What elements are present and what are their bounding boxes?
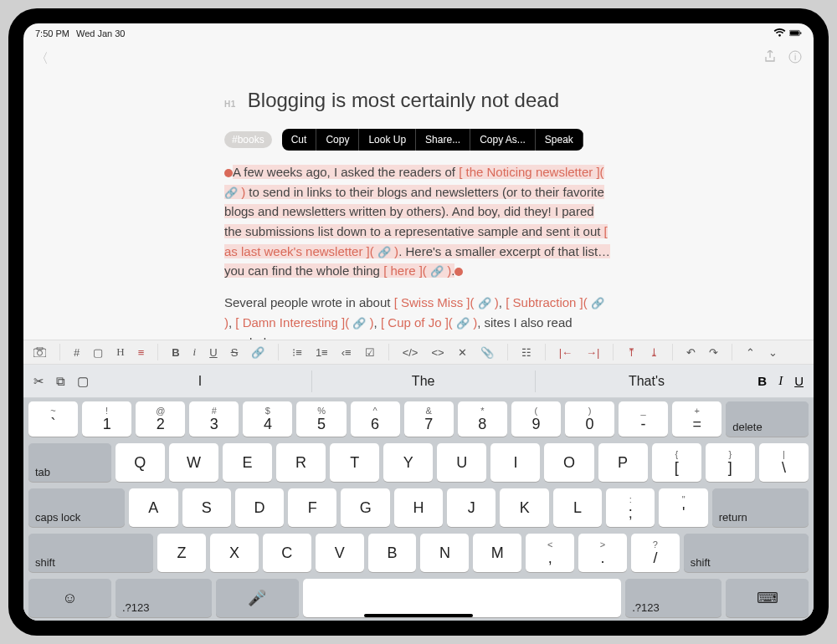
dismiss-keyboard-key[interactable]: ⌨ <box>726 579 809 617</box>
bold-icon[interactable]: B <box>172 346 179 359</box>
arrow-right-bar-icon[interactable]: →| <box>586 346 599 359</box>
undo-icon[interactable]: ↶ <box>686 346 696 359</box>
suggestion-2[interactable]: The <box>311 371 535 392</box>
key-I[interactable]: I <box>490 443 540 482</box>
key-V[interactable]: V <box>316 534 364 572</box>
key-L[interactable]: L <box>553 488 602 527</box>
key-2[interactable]: @2 <box>136 401 185 437</box>
clear-icon[interactable]: ✕ <box>458 346 467 359</box>
ctx-cut[interactable]: Cut <box>282 129 317 151</box>
document-area[interactable]: H1 Blogging is most certainly not dead #… <box>23 74 814 340</box>
key-T[interactable]: T <box>330 443 379 482</box>
kb-underline[interactable]: U <box>794 374 804 388</box>
home-indicator[interactable] <box>364 614 473 617</box>
key-`[interactable]: ~` <box>28 401 78 437</box>
key-A[interactable]: A <box>129 488 177 527</box>
key-Q[interactable]: Q <box>116 443 165 482</box>
chevron-up-icon[interactable]: ⌃ <box>746 346 755 359</box>
key-7[interactable]: &7 <box>404 401 454 437</box>
key-G[interactable]: G <box>341 488 389 527</box>
key-J[interactable]: J <box>447 488 496 527</box>
ctx-lookup[interactable]: Look Up <box>359 129 416 151</box>
copy-icon[interactable]: ⧉ <box>56 374 65 389</box>
code-icon[interactable]: </> <box>403 346 418 359</box>
key-C[interactable]: C <box>263 534 311 572</box>
page-title[interactable]: Blogging is most certainly not dead <box>248 89 559 112</box>
key-1[interactable]: !1 <box>82 401 131 437</box>
checkbox-icon[interactable]: ☑ <box>365 346 375 359</box>
key--[interactable]: _- <box>619 401 668 437</box>
key-D[interactable]: D <box>235 488 284 527</box>
key-0[interactable]: )0 <box>565 401 614 437</box>
key-5[interactable]: %5 <box>296 401 346 437</box>
suggestion-3[interactable]: That's <box>535 371 758 392</box>
key-N[interactable]: N <box>420 534 469 572</box>
chevron-down-icon[interactable]: ⌄ <box>768 346 778 359</box>
ctx-copyas[interactable]: Copy As... <box>470 129 536 151</box>
capslock-key[interactable]: caps lock <box>28 488 125 527</box>
camera-icon[interactable] <box>33 347 46 357</box>
delete-key[interactable]: delete <box>726 401 809 437</box>
key-\[interactable]: |\ <box>759 443 809 482</box>
key-9[interactable]: (9 <box>511 401 561 437</box>
bullet-list-icon[interactable]: ⁝≡ <box>292 346 302 359</box>
tab-key[interactable]: tab <box>28 443 111 482</box>
paste-icon[interactable]: ▢ <box>77 374 89 389</box>
key-8[interactable]: *8 <box>458 401 507 437</box>
number-list-icon[interactable]: 1≡ <box>316 346 328 359</box>
key-K[interactable]: K <box>500 488 548 527</box>
key-O[interactable]: O <box>544 443 593 482</box>
link-tool-icon[interactable]: 🔗 <box>251 346 264 359</box>
key-3[interactable]: #3 <box>189 401 239 437</box>
align-icon[interactable]: ≡ <box>138 346 145 359</box>
key-;[interactable]: :; <box>606 488 655 527</box>
link-damn[interactable]: Damn Interesting <box>243 315 338 330</box>
key-,[interactable]: <, <box>526 534 574 572</box>
key-R[interactable]: R <box>276 443 326 482</box>
ctx-speak[interactable]: Speak <box>536 129 583 151</box>
key-.[interactable]: >. <box>578 534 627 572</box>
key-S[interactable]: S <box>182 488 231 527</box>
back-icon[interactable]: 〈 <box>35 51 49 65</box>
key-][interactable]: }] <box>706 443 755 482</box>
link-cupofjo[interactable]: Cup of Jo <box>388 315 441 330</box>
link-lastweek[interactable]: as last week's newsletter <box>224 244 362 258</box>
key-U[interactable]: U <box>437 443 486 482</box>
underline-icon[interactable]: U <box>209 346 217 359</box>
key-X[interactable]: X <box>210 534 259 572</box>
key-=[interactable]: += <box>672 401 721 437</box>
link-noticing[interactable]: the Noticing newsletter <box>466 165 593 179</box>
redo-icon[interactable]: ↷ <box>709 346 718 359</box>
selection-end-handle[interactable] <box>454 268 463 276</box>
calendar-icon[interactable]: ☷ <box>521 346 531 359</box>
key-/[interactable]: ?/ <box>631 534 680 572</box>
cut-icon[interactable]: ✂ <box>33 374 44 389</box>
tag-chip[interactable]: #books <box>224 131 272 148</box>
arrow-down-bar-icon[interactable]: ⤓ <box>650 346 659 359</box>
key-W[interactable]: W <box>169 443 218 482</box>
ctx-copy[interactable]: Copy <box>316 129 359 151</box>
info-icon[interactable]: i <box>788 50 802 67</box>
hash-icon[interactable]: # <box>74 346 80 359</box>
key-H[interactable]: H <box>394 488 443 527</box>
key-'[interactable]: "' <box>659 488 707 527</box>
kb-bold[interactable]: B <box>757 374 767 388</box>
key-6[interactable]: ^6 <box>351 401 400 437</box>
key-Y[interactable]: Y <box>383 443 433 482</box>
key-M[interactable]: M <box>473 534 521 572</box>
link-subtraction[interactable]: Subtraction <box>513 295 577 309</box>
mic-key[interactable]: 🎤 <box>216 579 299 617</box>
key-E[interactable]: E <box>223 443 272 482</box>
key-[[interactable]: {[ <box>652 443 701 482</box>
link-here[interactable]: here <box>390 263 415 278</box>
selection-start-handle[interactable] <box>224 169 233 177</box>
suggestion-1[interactable]: I <box>89 371 311 392</box>
paragraph-2[interactable]: Several people wrote in about [ Swiss Mi… <box>224 293 613 340</box>
return-key[interactable]: return <box>712 488 809 527</box>
numbers-left-key[interactable]: .?123 <box>116 579 212 617</box>
arrow-left-bar-icon[interactable]: |← <box>559 346 573 359</box>
key-Z[interactable]: Z <box>157 534 206 572</box>
link-swissmiss[interactable]: Swiss Miss <box>401 295 463 309</box>
note-icon[interactable]: ▢ <box>93 346 103 359</box>
shift-right-key[interactable]: shift <box>684 534 809 572</box>
